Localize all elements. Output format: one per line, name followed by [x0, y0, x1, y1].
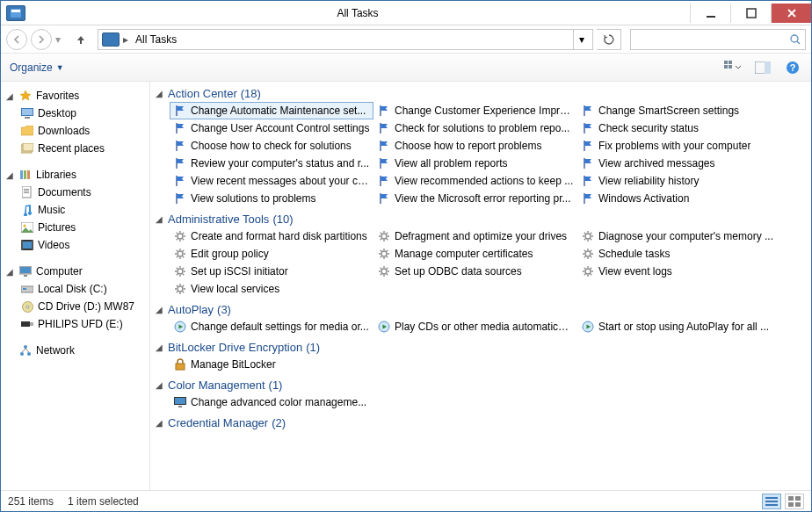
- computer-icon: [18, 264, 33, 278]
- task-item[interactable]: View recommended actions to keep ...: [373, 172, 577, 190]
- help-button[interactable]: ?: [783, 58, 802, 77]
- task-item[interactable]: Check for solutions to problem repo...: [373, 119, 577, 137]
- task-label: Defragment and optimize your drives: [395, 230, 567, 242]
- task-label: Manage BitLocker: [191, 358, 276, 371]
- task-item[interactable]: Check security status: [577, 119, 781, 137]
- group-header[interactable]: ◢Action Center (18): [156, 85, 802, 102]
- svg-rect-21: [22, 186, 31, 198]
- gear-icon: [581, 264, 595, 278]
- libraries-group[interactable]: ◢ Libraries: [1, 166, 149, 184]
- address-dropdown[interactable]: ▾: [573, 30, 589, 49]
- sidebar-item-documents[interactable]: Documents: [1, 184, 149, 201]
- item-row: Edit group policyManage computer certifi…: [170, 245, 802, 263]
- task-item[interactable]: Play CDs or other media automatically: [373, 318, 577, 335]
- task-item[interactable]: Choose how to report problems: [373, 137, 577, 155]
- recent-locations-dropdown[interactable]: ▾: [55, 33, 64, 46]
- breadcrumb[interactable]: All Tasks: [132, 33, 180, 46]
- maximize-button[interactable]: [730, 4, 771, 23]
- group-items: Change Automatic Maintenance set...Chang…: [170, 102, 802, 207]
- task-item[interactable]: Schedule tasks: [577, 245, 781, 263]
- task-item[interactable]: View solutions to problems: [170, 190, 373, 207]
- up-button[interactable]: [71, 30, 91, 49]
- group-header[interactable]: ◢BitLocker Drive Encryption (1): [156, 339, 802, 356]
- task-item[interactable]: Manage computer certificates: [373, 245, 577, 263]
- view-options-button[interactable]: [723, 58, 743, 77]
- task-item[interactable]: Edit group policy: [170, 245, 373, 263]
- flag-icon: [173, 191, 187, 206]
- sidebar-item-videos[interactable]: Videos: [1, 236, 149, 254]
- breadcrumb-sep-icon: ▸: [123, 33, 128, 46]
- task-item[interactable]: Change Automatic Maintenance set...: [170, 102, 373, 119]
- sidebar-item-recent[interactable]: Recent places: [1, 140, 149, 157]
- task-item[interactable]: View archived messages: [577, 155, 781, 172]
- task-item[interactable]: Defragment and optimize your drives: [373, 227, 577, 245]
- sidebar-item-desktop[interactable]: Desktop: [1, 105, 149, 122]
- task-item[interactable]: Review your computer's status and r...: [170, 155, 373, 172]
- group-name: Action Center: [168, 87, 237, 100]
- sidebar-item-pictures[interactable]: Pictures: [1, 219, 149, 236]
- address-bar[interactable]: ▸ All Tasks ▾: [98, 29, 593, 50]
- group-header[interactable]: ◢Color Management (1): [156, 377, 802, 393]
- collapse-icon: ◢: [156, 418, 164, 428]
- task-item[interactable]: Change SmartScreen settings: [577, 102, 781, 119]
- close-button[interactable]: [771, 4, 811, 23]
- task-item[interactable]: Manage BitLocker: [170, 356, 373, 373]
- search-icon[interactable]: [786, 33, 805, 46]
- task-item[interactable]: Create and format hard disk partitions: [170, 227, 373, 245]
- task-item[interactable]: Change advanced color manageme...: [170, 393, 373, 411]
- sidebar-item-music[interactable]: Music: [1, 201, 149, 219]
- task-item[interactable]: Start or stop using AutoPlay for all ...: [577, 318, 781, 335]
- task-item[interactable]: View the Microsoft error reporting pr...: [373, 190, 577, 207]
- task-item[interactable]: View reliability history: [577, 172, 781, 190]
- favorites-group[interactable]: ◢ Favorites: [1, 87, 149, 105]
- task-item[interactable]: Choose how to check for solutions: [170, 137, 373, 155]
- sidebar-item-usb-drive[interactable]: PHILIPS UFD (E:): [1, 315, 149, 333]
- task-item[interactable]: View recent messages about your co...: [170, 172, 373, 190]
- computer-group[interactable]: ◢ Computer: [1, 263, 149, 280]
- organize-menu[interactable]: Organize ▼: [10, 61, 64, 74]
- search-input[interactable]: [631, 33, 786, 46]
- task-label: View event logs: [598, 265, 672, 278]
- content-pane[interactable]: ◢Action Center (18)Change Automatic Main…: [150, 82, 811, 490]
- svg-rect-15: [25, 117, 30, 119]
- task-item[interactable]: View all problem reports: [373, 155, 577, 172]
- search-box[interactable]: [630, 29, 806, 50]
- network-group[interactable]: ▸ Network: [1, 342, 149, 359]
- icons-view-button[interactable]: [785, 494, 804, 509]
- svg-rect-20: [27, 170, 30, 179]
- svg-rect-33: [24, 275, 27, 277]
- task-item[interactable]: Set up iSCSI initiator: [170, 263, 373, 280]
- back-button[interactable]: [6, 29, 27, 50]
- minimize-button[interactable]: [690, 4, 730, 23]
- refresh-button[interactable]: [597, 29, 621, 50]
- sidebar-item-downloads[interactable]: Downloads: [1, 122, 149, 140]
- flag-icon: [173, 139, 187, 153]
- lock-icon: [173, 357, 187, 371]
- item-row: Choose how to check for solutionsChoose …: [170, 137, 802, 155]
- preview-pane-button[interactable]: [753, 58, 772, 77]
- task-item[interactable]: Change default settings for media or...: [170, 318, 373, 335]
- group-header[interactable]: ◢Administrative Tools (10): [156, 211, 802, 227]
- task-label: Change Customer Experience Impro...: [395, 105, 574, 117]
- details-view-button[interactable]: [762, 494, 781, 509]
- task-item[interactable]: Fix problems with your computer: [577, 137, 781, 155]
- sidebar-item-cd-drive[interactable]: CD Drive (D:) MW87: [1, 298, 149, 315]
- task-item[interactable]: View event logs: [577, 263, 781, 280]
- task-item[interactable]: View local services: [170, 280, 373, 298]
- group-header[interactable]: ◢Credential Manager (2): [156, 415, 802, 431]
- task-item[interactable]: Diagnose your computer's memory ...: [577, 227, 781, 245]
- task-label: View solutions to problems: [191, 192, 316, 205]
- task-item[interactable]: Change User Account Control settings: [170, 119, 373, 137]
- task-item[interactable]: Windows Activation: [577, 190, 781, 207]
- sidebar-item-local-disk[interactable]: Local Disk (C:): [1, 280, 149, 298]
- flag-icon: [581, 156, 595, 170]
- usb-icon: [20, 317, 34, 331]
- item-row: Set up iSCSI initiatorSet up ODBC data s…: [170, 263, 802, 280]
- item-row: Review your computer's status and r...Vi…: [170, 155, 802, 172]
- forward-button[interactable]: [31, 29, 52, 50]
- autoplay-icon: [173, 320, 187, 334]
- task-item[interactable]: Change Customer Experience Impro...: [373, 102, 577, 119]
- group-header[interactable]: ◢AutoPlay (3): [156, 301, 802, 318]
- svg-rect-60: [765, 497, 778, 499]
- task-item[interactable]: Set up ODBC data sources: [373, 263, 577, 280]
